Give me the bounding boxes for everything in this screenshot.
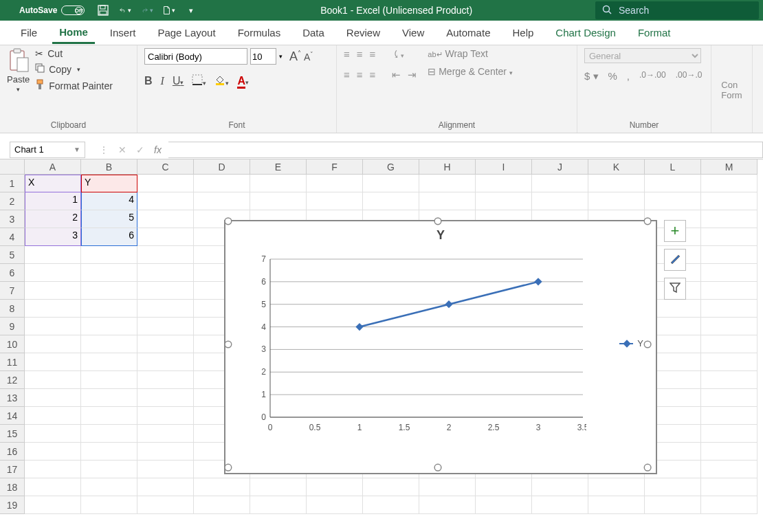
- name-box[interactable]: Chart 1▼: [10, 142, 85, 158]
- cell[interactable]: [81, 246, 137, 264]
- autosave-toggle[interactable]: AutoSave Off: [19, 5, 85, 15]
- cell[interactable]: [81, 496, 137, 514]
- cell[interactable]: [701, 389, 758, 407]
- cell[interactable]: [363, 175, 419, 192]
- column-header[interactable]: H: [419, 159, 476, 175]
- row-header[interactable]: 12: [0, 371, 25, 389]
- cell[interactable]: [137, 407, 194, 425]
- tab-review[interactable]: Review: [340, 23, 387, 43]
- row-header[interactable]: 5: [0, 246, 25, 264]
- chart-title[interactable]: Y: [225, 228, 656, 243]
- row-header[interactable]: 10: [0, 335, 25, 353]
- cell[interactable]: [645, 496, 701, 514]
- tab-page-layout[interactable]: Page Layout: [151, 23, 222, 43]
- cell[interactable]: [419, 478, 476, 496]
- font-size-select[interactable]: [250, 48, 276, 65]
- tab-formulas[interactable]: Formulas: [231, 23, 288, 43]
- cell[interactable]: [363, 192, 419, 210]
- cell[interactable]: [532, 192, 588, 210]
- cell[interactable]: [81, 407, 137, 425]
- cut-button[interactable]: ✂Cut: [35, 48, 113, 59]
- cell[interactable]: [701, 246, 758, 264]
- cell[interactable]: [25, 425, 81, 443]
- cell[interactable]: [419, 175, 476, 192]
- row-header[interactable]: 2: [0, 192, 25, 210]
- borders-button[interactable]: ▾: [192, 74, 206, 88]
- increase-indent-button[interactable]: ⇥: [408, 69, 417, 81]
- font-name-select[interactable]: [144, 48, 247, 65]
- increase-decimal-button[interactable]: .0→.00: [639, 70, 666, 82]
- row-header[interactable]: 18: [0, 478, 25, 496]
- cell[interactable]: [81, 264, 137, 282]
- cancel-icon[interactable]: ✕: [118, 144, 126, 155]
- cell[interactable]: [25, 335, 81, 353]
- autosave-switch[interactable]: Off: [61, 5, 85, 15]
- cell[interactable]: [645, 192, 701, 210]
- cell[interactable]: [25, 407, 81, 425]
- cell[interactable]: [137, 228, 194, 246]
- cell[interactable]: [25, 300, 81, 318]
- cell[interactable]: [25, 246, 81, 264]
- enter-icon[interactable]: ✓: [136, 144, 144, 155]
- column-header[interactable]: E: [250, 159, 307, 175]
- cell[interactable]: [250, 496, 307, 514]
- cell[interactable]: [25, 461, 81, 478]
- cell[interactable]: [250, 192, 307, 210]
- align-middle-button[interactable]: ≡: [357, 48, 363, 60]
- align-top-button[interactable]: ≡: [344, 48, 350, 60]
- cell[interactable]: [701, 300, 758, 318]
- cell[interactable]: [81, 461, 137, 478]
- cell[interactable]: [25, 318, 81, 335]
- merge-center-button[interactable]: ⊟ Merge & Center ▾: [428, 66, 513, 77]
- shrink-font-button[interactable]: A˅: [304, 51, 313, 63]
- orientation-button[interactable]: ⤹▾: [392, 48, 404, 60]
- cell[interactable]: [137, 264, 194, 282]
- cell[interactable]: [25, 282, 81, 300]
- row-header[interactable]: 13: [0, 389, 25, 407]
- cell[interactable]: [194, 192, 250, 210]
- cell[interactable]: [588, 478, 645, 496]
- qat-customize-icon[interactable]: ▾: [185, 4, 197, 16]
- chart-plot-area[interactable]: 0123456700.511.522.533.5: [250, 256, 586, 434]
- cell[interactable]: [532, 175, 588, 192]
- cell[interactable]: [588, 192, 645, 210]
- row-header[interactable]: 19: [0, 496, 25, 514]
- cell[interactable]: [81, 389, 137, 407]
- column-header[interactable]: G: [363, 159, 419, 175]
- cell[interactable]: [137, 496, 194, 514]
- options-icon[interactable]: ⋮: [99, 144, 109, 155]
- row-header[interactable]: 7: [0, 282, 25, 300]
- chart-styles-button[interactable]: [664, 249, 686, 271]
- cell[interactable]: [137, 478, 194, 496]
- cell[interactable]: [701, 407, 758, 425]
- decrease-decimal-button[interactable]: .00→.0: [676, 70, 703, 82]
- cell[interactable]: [476, 496, 532, 514]
- cell[interactable]: [137, 443, 194, 461]
- row-header[interactable]: 14: [0, 407, 25, 425]
- row-header[interactable]: 1: [0, 175, 25, 192]
- chart-legend[interactable]: Y: [619, 338, 643, 348]
- cell[interactable]: [25, 389, 81, 407]
- cell[interactable]: [307, 496, 363, 514]
- tab-help[interactable]: Help: [505, 23, 540, 43]
- worksheet-grid[interactable]: ABCDEFGHIJKLM 12345678910111213141516171…: [0, 159, 763, 510]
- row-header[interactable]: 15: [0, 425, 25, 443]
- column-header[interactable]: M: [701, 159, 758, 175]
- cell[interactable]: [532, 478, 588, 496]
- column-header[interactable]: L: [645, 159, 701, 175]
- formula-bar[interactable]: [168, 142, 763, 158]
- cell[interactable]: [645, 175, 701, 192]
- column-header[interactable]: K: [588, 159, 645, 175]
- format-painter-button[interactable]: Format Painter: [35, 79, 113, 92]
- cell[interactable]: [476, 478, 532, 496]
- row-header[interactable]: 3: [0, 210, 25, 228]
- cell[interactable]: [701, 282, 758, 300]
- cell[interactable]: [250, 478, 307, 496]
- cell[interactable]: [137, 300, 194, 318]
- cell[interactable]: [81, 318, 137, 335]
- cell[interactable]: [25, 443, 81, 461]
- cell[interactable]: [363, 478, 419, 496]
- cell[interactable]: [701, 425, 758, 443]
- tab-data[interactable]: Data: [296, 23, 331, 43]
- cell[interactable]: [137, 175, 194, 192]
